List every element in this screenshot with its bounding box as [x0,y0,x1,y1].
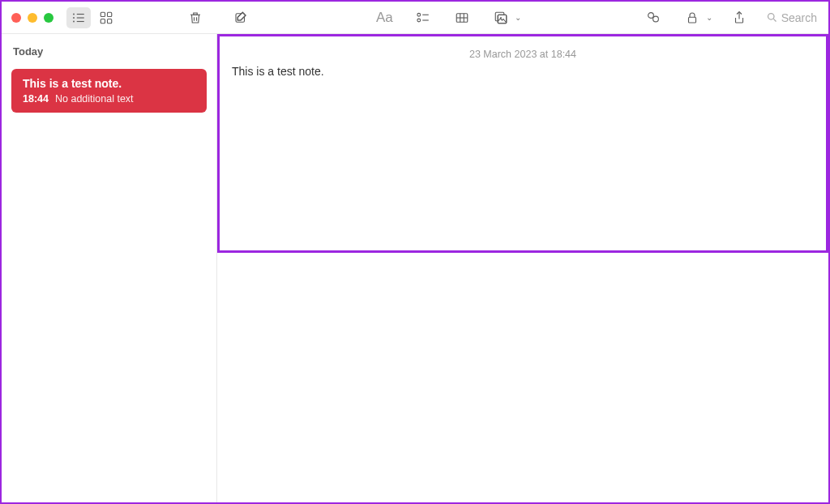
svg-rect-7 [108,12,112,16]
grid-view-button[interactable] [94,7,118,28]
compose-icon [233,11,248,25]
table-icon [455,11,469,25]
note-editor[interactable]: 23 March 2023 at 18:44 This is a test no… [217,34,828,502]
search-icon [766,11,778,23]
svg-rect-22 [498,15,507,23]
chevron-down-icon: ⌄ [515,13,521,22]
svg-point-1 [73,17,75,19]
lock-button[interactable]: ⌄ [680,7,712,28]
photo-icon [494,11,508,25]
window-controls [11,13,53,23]
search-field[interactable]: Search [766,11,817,24]
share-icon [732,11,747,25]
svg-point-0 [73,13,75,15]
search-placeholder: Search [781,11,817,24]
svg-point-25 [648,12,653,18]
section-header-today: Today [2,34,216,64]
lock-icon [685,11,700,25]
toolbar: Aa [2,2,828,34]
note-body[interactable]: This is a test note. [217,65,828,78]
minimize-window-button[interactable] [28,13,37,23]
note-item-meta: 18:44 No additional text [23,93,195,105]
note-item-title: This is a test note. [23,77,195,90]
svg-line-29 [773,19,776,21]
format-button[interactable]: Aa [372,7,396,28]
link-button[interactable] [641,7,665,28]
text-format-icon: Aa [376,10,393,26]
svg-rect-8 [101,19,105,23]
main-content: Today This is a test note. 18:44 No addi… [2,34,828,502]
note-item-time: 18:44 [23,93,49,105]
svg-point-28 [768,14,774,20]
maximize-window-button[interactable] [44,13,53,23]
svg-rect-9 [108,19,112,23]
toolbar-sidebar-section [2,2,217,33]
note-item-preview: No additional text [55,93,134,105]
svg-rect-6 [101,12,105,16]
link-icon [646,11,661,25]
new-note-button[interactable] [229,7,253,28]
toolbar-editor-section: Aa [217,2,828,33]
table-button[interactable] [450,7,474,28]
svg-point-13 [417,13,421,16]
trash-icon [188,11,203,25]
grid-icon [99,11,113,25]
checklist-button[interactable] [411,7,435,28]
note-list-item[interactable]: This is a test note. 18:44 No additional… [11,69,207,113]
svg-point-26 [652,16,658,22]
checklist-icon [416,11,430,25]
notes-sidebar: Today This is a test note. 18:44 No addi… [2,34,217,502]
list-view-button[interactable] [66,7,91,28]
chevron-down-icon: ⌄ [706,13,712,22]
svg-point-14 [417,19,421,22]
list-icon [71,11,86,25]
svg-rect-27 [688,17,695,23]
share-button[interactable] [727,7,751,28]
media-button[interactable]: ⌄ [489,7,521,28]
note-timestamp: 23 March 2023 at 18:44 [217,34,828,65]
svg-point-2 [73,20,75,22]
close-window-button[interactable] [11,13,21,23]
delete-button[interactable] [183,7,208,28]
